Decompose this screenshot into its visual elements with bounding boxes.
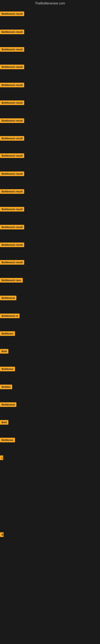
bottleneck-result-item[interactable]: B bbox=[0, 532, 3, 538]
bottleneck-badge: Bottleneck result bbox=[0, 189, 24, 194]
bottleneck-badge: Bottleneck result bbox=[0, 136, 24, 141]
bottleneck-result-item[interactable]: Bottleneck result bbox=[0, 118, 24, 124]
bottleneck-badge: Bottleneck result bbox=[0, 225, 24, 230]
bottleneck-result-item[interactable]: Bottleneck re bbox=[0, 314, 20, 319]
bottleneck-badge: Bottleneck result bbox=[0, 100, 24, 105]
bottleneck-badge: | bbox=[0, 456, 3, 460]
bottleneck-badge: Bottleneck bbox=[0, 402, 16, 407]
bottleneck-result-item[interactable]: Bottlenec bbox=[0, 367, 15, 372]
bottleneck-result-item[interactable]: Bottlenec bbox=[0, 331, 15, 337]
bottleneck-badge: Bottleneck result bbox=[0, 118, 24, 123]
bottleneck-badge: Bottleneck result bbox=[0, 172, 24, 176]
bottleneck-result-item[interactable]: Bottleneck result bbox=[0, 225, 24, 230]
bottleneck-badge: Bottlenec bbox=[0, 331, 15, 336]
bottleneck-result-item[interactable]: Bottleneck result bbox=[0, 100, 24, 106]
bottleneck-badge: Bott bbox=[0, 349, 8, 354]
bottleneck-badge: Bottleneck result bbox=[0, 260, 24, 265]
bottleneck-badge: Bottleneck result bbox=[0, 242, 24, 247]
bottleneck-badge: Bottleneck result bbox=[0, 30, 24, 34]
bottleneck-result-item[interactable]: Bottleneck result bbox=[0, 153, 24, 159]
bottleneck-result-item[interactable]: | bbox=[0, 456, 3, 461]
bottleneck-badge: B bbox=[0, 532, 3, 537]
bottleneck-result-item[interactable]: Bott bbox=[0, 349, 8, 354]
bottleneck-result-item[interactable]: Bott bbox=[0, 420, 8, 426]
bottleneck-result-item[interactable]: Bottleneck result bbox=[0, 47, 24, 52]
bottleneck-result-item[interactable]: Bottlenec bbox=[0, 438, 15, 443]
bottleneck-result-item[interactable]: Bottleneck result bbox=[0, 83, 24, 88]
bottleneck-badge: Bottleneck resu bbox=[0, 278, 23, 282]
bottleneck-result-item[interactable]: Bottleneck result bbox=[0, 64, 24, 70]
bottleneck-result-item[interactable]: Bottleneck result bbox=[0, 172, 24, 177]
bottleneck-badge: Bottleneck bbox=[0, 296, 16, 300]
bottleneck-result-item[interactable]: Bottleneck result bbox=[0, 136, 24, 142]
bottleneck-result-item[interactable]: Bottleneck resu bbox=[0, 278, 23, 283]
bottleneck-badge: Bottleneck result bbox=[0, 153, 24, 158]
bottleneck-badge: Bottlen bbox=[0, 384, 12, 389]
bottleneck-badge: Bottleneck result bbox=[0, 64, 24, 69]
bottleneck-badge: Bottleneck result bbox=[0, 12, 24, 16]
bottleneck-badge: Bottlenec bbox=[0, 367, 15, 371]
bottleneck-result-item[interactable]: Bottleneck result bbox=[0, 30, 24, 35]
bottleneck-badge: Bottleneck result bbox=[0, 47, 24, 52]
bottleneck-result-item[interactable]: Bottleneck result bbox=[0, 242, 24, 248]
bottleneck-result-item[interactable]: Bottleneck result bbox=[0, 12, 24, 17]
bottleneck-result-item[interactable]: Bottleneck bbox=[0, 402, 16, 408]
bottleneck-badge: Bottlenec bbox=[0, 438, 15, 442]
bottleneck-result-item[interactable]: Bottleneck bbox=[0, 296, 16, 301]
bottleneck-result-item[interactable]: Bottleneck result bbox=[0, 260, 24, 266]
bottleneck-badge: Bottleneck re bbox=[0, 314, 20, 318]
bottleneck-result-item[interactable]: Bottleneck result bbox=[0, 207, 24, 212]
bottleneck-badge: Bottleneck result bbox=[0, 207, 24, 212]
bottleneck-badge: Bottleneck result bbox=[0, 83, 24, 87]
bottleneck-badge: Bott bbox=[0, 420, 8, 425]
site-title: TheBottlenecker.com bbox=[0, 0, 100, 8]
bottleneck-result-item[interactable]: Bottleneck result bbox=[0, 189, 24, 194]
bottleneck-result-item[interactable]: Bottlen bbox=[0, 384, 12, 390]
